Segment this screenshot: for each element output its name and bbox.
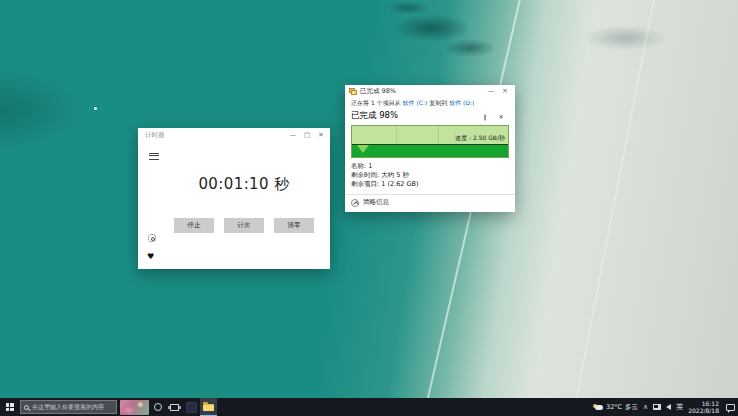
cortana-button[interactable] xyxy=(149,398,166,416)
progress-band xyxy=(352,144,508,157)
timer-window: 计时器 — □ ✕ 00:01:10 秒 停止 计次 清零 ♥ xyxy=(138,128,330,269)
hidden-icons-chevron[interactable]: ∧ xyxy=(643,403,648,411)
app-icon xyxy=(186,402,197,413)
detail-items-remaining: 剩余项目: 1 (2.62 GB) xyxy=(351,180,509,189)
operation-prefix: 正在将 1 个项目从 xyxy=(351,99,403,106)
lap-button[interactable]: 计次 xyxy=(224,218,264,233)
heart-icon[interactable]: ♥ xyxy=(147,252,154,261)
settings-gear-icon[interactable] xyxy=(148,234,156,242)
stop-button[interactable]: 停止 xyxy=(174,218,214,233)
pinned-app-button[interactable] xyxy=(183,398,200,416)
action-center-icon[interactable] xyxy=(726,404,735,411)
copy-dialog-title: 已完成 98% xyxy=(360,87,484,96)
search-placeholder-text: 在这里输入你要搜索的内容 xyxy=(32,403,104,412)
wave-foam-line xyxy=(562,0,659,416)
detail-name: 名称: 1 xyxy=(351,162,509,171)
weather-description: 多云 xyxy=(625,403,638,412)
start-button[interactable] xyxy=(0,398,19,416)
file-explorer-button[interactable] xyxy=(200,398,217,416)
close-button[interactable]: ✕ xyxy=(314,129,328,142)
copy-details: 名称: 1 剩余时间: 大约 5 秒 剩余项目: 1 (2.62 GB) xyxy=(351,162,509,189)
close-button[interactable]: ✕ xyxy=(498,85,512,98)
system-tray: 32°C 多云 ∧ 英 16:12 2022/8/18 xyxy=(593,400,738,414)
folder-icon xyxy=(203,402,214,411)
timer-titlebar: 计时器 — □ ✕ xyxy=(138,128,330,143)
search-icon xyxy=(24,405,29,410)
reset-button[interactable]: 清零 xyxy=(274,218,314,233)
copy-operation-line: 正在将 1 个项目从 软件 (C:) 复制到 软件 (D:) xyxy=(351,99,509,107)
pause-button[interactable]: ‖ xyxy=(477,113,493,120)
cortana-icon xyxy=(154,403,162,411)
transfer-speed-chart: 速度：2.50 GB/秒 xyxy=(351,125,509,158)
speed-label: 速度：2.50 GB/秒 xyxy=(455,134,505,143)
source-drive-link[interactable]: 软件 (C:) xyxy=(403,99,428,106)
timer-display: 00:01:10 秒 xyxy=(158,175,330,194)
detail-time-remaining: 剩余时间: 大约 5 秒 xyxy=(351,171,509,180)
fewer-details-toggle[interactable]: 简略信息 xyxy=(345,194,515,211)
weather-widget[interactable]: 32°C 多云 xyxy=(593,403,638,412)
cancel-copy-button[interactable]: ✕ xyxy=(493,113,509,120)
windows-logo-icon xyxy=(6,403,14,411)
maximize-button[interactable]: □ xyxy=(300,129,314,142)
minimize-button[interactable]: — xyxy=(484,85,498,98)
task-view-button[interactable] xyxy=(166,398,183,416)
minimize-button[interactable]: — xyxy=(286,129,300,142)
operation-middle: 复制到 xyxy=(427,99,449,106)
clock-time: 16:12 xyxy=(688,400,719,407)
chevron-up-icon xyxy=(351,199,359,207)
copy-files-icon xyxy=(349,88,357,95)
taskbar-clock[interactable]: 16:12 2022/8/18 xyxy=(688,400,719,414)
input-method-indicator[interactable]: 英 xyxy=(676,402,683,412)
chart-gridline xyxy=(396,126,397,144)
volume-icon[interactable] xyxy=(666,404,671,410)
weather-temperature: 32°C xyxy=(606,403,622,411)
chart-gridline xyxy=(438,126,439,144)
taskbar: 在这里输入你要搜索的内容 32°C 多云 ∧ 英 16:12 2022/8/18 xyxy=(0,398,738,416)
copy-titlebar: 已完成 98% — ✕ xyxy=(345,85,515,98)
copy-dialog: 已完成 98% — ✕ 正在将 1 个项目从 软件 (C:) 复制到 软件 (D… xyxy=(345,85,515,212)
task-view-icon xyxy=(170,404,179,411)
progress-percent-heading: 已完成 98% xyxy=(351,110,477,122)
timer-button-row: 停止 计次 清零 xyxy=(158,218,330,233)
taskbar-search-box[interactable]: 在这里输入你要搜索的内容 xyxy=(20,400,117,414)
destination-drive-link[interactable]: 软件 (D:) xyxy=(449,99,474,106)
hamburger-menu-icon[interactable] xyxy=(149,153,159,160)
partly-cloudy-icon xyxy=(593,404,603,410)
fewer-details-label: 简略信息 xyxy=(363,198,389,207)
clock-date: 2022/8/18 xyxy=(688,407,719,414)
boat-dot xyxy=(94,107,97,110)
progress-marker-triangle xyxy=(357,145,369,153)
timer-window-title: 计时器 xyxy=(145,131,286,140)
news-widget-thumbnail[interactable] xyxy=(120,400,149,415)
